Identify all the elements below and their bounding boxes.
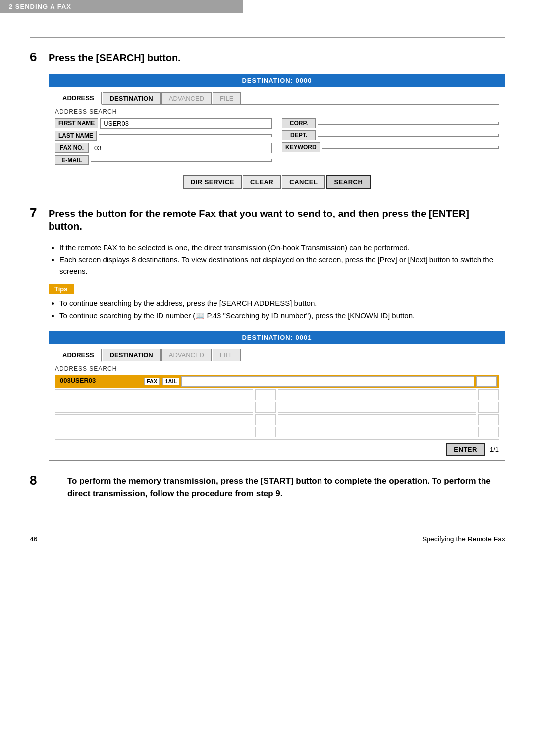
label-faxno: FAX NO. — [55, 143, 89, 153]
step8-number: 8 — [30, 473, 49, 488]
result-tag-ail: 1AIL — [162, 378, 179, 385]
label-firstname: FIRST NAME — [55, 118, 98, 128]
step6-title: Press the [SEARCH] button. — [49, 52, 181, 64]
tab-advanced[interactable]: ADVANCED — [161, 92, 212, 104]
tips-box: Tips To continue searching by the addres… — [49, 284, 505, 322]
header-label: 2 SENDING A FAX — [9, 3, 71, 10]
cancel-button[interactable]: CANCEL — [282, 175, 325, 189]
result-cell-3 — [476, 376, 497, 387]
dialog2-panel: DESTINATION: 0001 ADDRESS DESTINATION AD… — [49, 331, 505, 461]
label-corp: CORP. — [282, 118, 316, 128]
tab-file[interactable]: FILE — [213, 92, 241, 104]
tips-label: Tips — [49, 284, 74, 294]
tab2-address[interactable]: ADDRESS — [55, 349, 102, 362]
result-text[interactable]: 003USER03 — [57, 376, 141, 387]
step7-row: 7 Press the button for the remote Fax th… — [30, 207, 505, 233]
dialog2-title: DESTINATION: 0001 — [49, 331, 505, 344]
tab2-destination[interactable]: DESTINATION — [103, 349, 160, 361]
step8-text: To perform the memory transmission, pres… — [67, 475, 505, 500]
tab2-advanced[interactable]: ADVANCED — [161, 349, 212, 361]
result-cell-2 — [181, 376, 474, 387]
step7-body: If the remote FAX to be selected is one,… — [49, 242, 505, 277]
label-keyword: KEYWORD — [282, 142, 320, 152]
dialog1-body: ADDRESS DESTINATION ADVANCED FILE ADDRES… — [49, 87, 505, 193]
field-row-lastname: LAST NAME — [55, 131, 272, 141]
page-indicator: 1/1 — [490, 446, 499, 453]
top-divider — [30, 37, 505, 38]
field-row-faxno: FAX NO. 03 — [55, 143, 272, 153]
field-row-email: E-MAIL — [55, 155, 272, 165]
result-tag-fax: FAX — [144, 378, 160, 385]
result-list-area: 003USER03 FAX 1AIL — [55, 375, 499, 437]
clear-button[interactable]: CLEAR — [243, 175, 281, 189]
tips-list: To continue searching by the address, pr… — [49, 297, 505, 322]
input-email[interactable] — [91, 159, 272, 162]
dialog1-btn-row: DIR SERVICE CLEAR CANCEL SEARCH — [55, 171, 499, 189]
step7-number: 7 — [30, 205, 49, 220]
tab2-file[interactable]: FILE — [213, 349, 241, 361]
input-lastname[interactable] — [99, 134, 272, 137]
step7-bullet-1: If the remote FAX to be selected is one,… — [59, 242, 505, 254]
header-bar: 2 SENDING A FAX — [0, 0, 243, 13]
dialog2-body: ADDRESS DESTINATION ADVANCED FILE ADDRES… — [49, 344, 505, 461]
field-row-dept: DEPT. — [282, 130, 499, 140]
dialog1-panel: DESTINATION: 0000 ADDRESS DESTINATION AD… — [49, 74, 505, 193]
tab-address[interactable]: ADDRESS — [55, 92, 102, 105]
tab-destination[interactable]: DESTINATION — [103, 92, 160, 104]
input-corp[interactable] — [318, 122, 499, 125]
tip-1: To continue searching by the address, pr… — [59, 297, 505, 310]
tip-2: To continue searching by the ID number (… — [59, 309, 505, 322]
label-lastname: LAST NAME — [55, 131, 97, 141]
step8-row: 8 To perform the memory transmission, pr… — [30, 475, 505, 500]
dialog1-title: DESTINATION: 0000 — [49, 74, 505, 87]
search-button[interactable]: SEARCH — [326, 175, 371, 189]
empty-row-1 — [55, 389, 499, 400]
empty-row-3 — [55, 414, 499, 425]
empty-row-2 — [55, 402, 499, 413]
dialog1-right-fields: CORP. DEPT. KEYWORD — [282, 118, 499, 167]
page-footer: 46 Specifying the Remote Fax — [0, 529, 535, 549]
step7-bullets: If the remote FAX to be selected is one,… — [49, 242, 505, 277]
dialog2-btn-row: ENTER 1/1 — [55, 439, 499, 456]
empty-row-4 — [55, 427, 499, 437]
address-search-label: ADDRESS SEARCH — [55, 108, 499, 115]
dialog1-left-fields: FIRST NAME USER03 LAST NAME FAX NO. 03 E… — [55, 118, 272, 167]
field-row-keyword: KEYWORD — [282, 142, 499, 152]
label-email: E-MAIL — [55, 155, 89, 165]
input-dept[interactable] — [318, 134, 499, 137]
input-faxno[interactable]: 03 — [91, 143, 272, 153]
dir-service-button[interactable]: DIR SERVICE — [183, 175, 242, 189]
page-content: 6 Press the [SEARCH] button. DESTINATION… — [0, 13, 535, 529]
enter-button[interactable]: ENTER — [446, 443, 485, 456]
field-row-corp: CORP. — [282, 118, 499, 128]
dialog2-tabs: ADDRESS DESTINATION ADVANCED FILE — [55, 349, 499, 362]
dialog1-form: FIRST NAME USER03 LAST NAME FAX NO. 03 E… — [55, 118, 499, 167]
input-keyword[interactable] — [322, 146, 499, 149]
result-row-selected[interactable]: 003USER03 FAX 1AIL — [55, 375, 499, 388]
step7-title: Press the button for the remote Fax that… — [49, 207, 505, 233]
dialog2-address-search-label: ADDRESS SEARCH — [55, 365, 499, 372]
step6-row: 6 Press the [SEARCH] button. — [30, 52, 505, 65]
input-firstname[interactable]: USER03 — [100, 118, 272, 129]
field-row-firstname: FIRST NAME USER03 — [55, 118, 272, 129]
step7-bullet-2: Each screen displays 8 destinations. To … — [59, 254, 505, 277]
footer-title: Specifying the Remote Fax — [422, 535, 505, 543]
footer-page-number: 46 — [30, 535, 38, 543]
step6-number: 6 — [30, 50, 49, 65]
label-dept: DEPT. — [282, 130, 316, 140]
dialog1-tabs: ADDRESS DESTINATION ADVANCED FILE — [55, 92, 499, 105]
